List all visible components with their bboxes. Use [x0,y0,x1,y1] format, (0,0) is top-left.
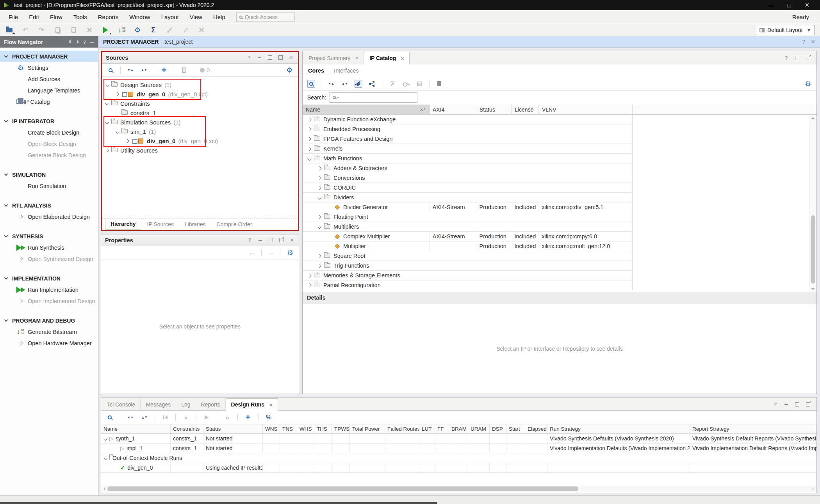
minimize-panel-icon[interactable] [257,237,263,243]
tree-row[interactable]: constrs_1 [102,108,298,117]
sources-view-tab[interactable]: IP Sources [142,218,179,230]
runs-column-header[interactable]: Status [203,424,263,433]
minimize-panel-icon[interactable] [257,55,262,60]
float-panel-icon[interactable] [278,237,284,243]
expand-chevron-icon[interactable] [308,117,312,121]
tab-close-icon[interactable]: × [355,55,358,61]
customize-ip-icon[interactable] [388,80,396,88]
maximize-panel-icon[interactable] [794,55,800,61]
step-back-icon[interactable]: « [182,413,190,421]
catalog-subtab[interactable]: Cores [308,67,329,74]
expand-chevron-icon[interactable] [318,264,322,268]
report-disabled-icon[interactable] [180,66,188,74]
open-project-icon[interactable] [5,26,13,34]
cancel-disabled-icon[interactable]: ✕ [198,26,205,34]
flow-navigator-row[interactable]: Create Block Design [0,127,98,138]
collapse-all-icon[interactable]: ⇞ [68,39,72,44]
runs-column-header[interactable]: WNS [263,424,280,433]
catalog-row[interactable]: Floating Point [303,212,632,222]
flow-navigator-row[interactable]: IMPLEMENTATION [0,273,98,284]
flow-navigator-row[interactable]: Open Elaborated Design [0,211,98,222]
quick-access-search[interactable]: Quick Access [236,12,295,22]
catalog-row[interactable]: Kernels [303,144,632,154]
runs-column-header[interactable]: TPWS [332,424,350,433]
close-panel-icon[interactable]: × [288,55,294,60]
tab-close-icon[interactable]: × [401,55,404,62]
percent-icon[interactable]: % [265,413,273,421]
paste-icon[interactable] [70,26,77,34]
flow-navigator-row[interactable]: Open Implemented Design [0,295,98,307]
flow-navigator-row[interactable]: Run Synthesis [0,242,98,253]
horizontal-scrollbar[interactable]: ‹ › [102,486,816,492]
runs-column-header[interactable]: Start [506,424,525,433]
flow-navigator-row[interactable]: Language Templates [0,85,98,96]
expand-chevron-icon[interactable] [116,130,119,133]
close-icon[interactable]: ✕ [811,39,815,45]
close-button[interactable]: ✕ [798,2,816,9]
flow-navigator-row[interactable]: Generate Block Design [0,149,98,161]
expand-chevron-icon[interactable] [308,137,312,141]
flow-navigator-row[interactable]: Open Synthesized Design [0,253,98,264]
undo-icon[interactable]: ↶ [21,26,29,34]
flow-navigator-row[interactable]: Run Implementation [0,284,98,295]
collapse-all-icon[interactable] [127,413,134,421]
menu-item[interactable]: Help [208,14,231,20]
expand-chevron-icon[interactable] [308,156,312,160]
runs-column-header[interactable]: Run Strategy [547,424,690,433]
skip-to-start-icon[interactable] [161,413,169,421]
flow-navigator-row[interactable]: SIMULATION [0,169,98,180]
flow-navigator-row[interactable]: PROGRAM AND DEBUG [0,315,98,326]
column-header-license[interactable]: License [512,105,539,114]
column-header-status[interactable]: Status [476,105,512,114]
runs-column-header[interactable]: FF [435,424,449,433]
scrollbar-thumb[interactable] [811,215,815,284]
expand-chevron-icon[interactable] [104,437,108,440]
runs-column-header[interactable]: LUT [419,424,435,433]
editor-tab[interactable]: IP Catalog × [364,52,410,64]
run-disabled-icon[interactable] [203,413,210,421]
scroll-up-icon[interactable] [811,117,815,121]
runs-column-header[interactable]: Report Strategy [690,424,816,433]
gear-icon[interactable]: ⚙ [804,80,812,88]
column-header-name[interactable]: Name 1 [303,105,430,114]
flow-navigator-row[interactable]: PROJECT MANAGER [0,51,98,62]
maximize-panel-icon[interactable] [794,401,800,407]
scroll-down-icon[interactable] [811,287,815,290]
flow-navigator-row[interactable]: Open Block Design [0,138,98,149]
tree-row[interactable]: sim_1 (1) [102,127,298,136]
run-row[interactable]: impl_1 constrs_1 Not started [101,444,816,453]
link-disabled-icon[interactable] [182,26,189,34]
run-row[interactable]: div_gen_0 Using cached IP results [101,463,816,473]
float-panel-icon[interactable] [278,55,283,60]
run-row[interactable]: Out-of-Context Module Runs [101,453,816,463]
search-icon[interactable] [106,413,114,421]
menu-item[interactable]: Tools [68,14,93,20]
expand-chevron-icon[interactable] [105,148,109,152]
catalog-row[interactable]: Multipliers [303,222,632,232]
expand-chevron-icon[interactable] [318,186,322,190]
expand-chevron-icon[interactable] [308,273,312,277]
layout-selector[interactable]: Default Layout ▼ [756,25,815,35]
catalog-row[interactable]: FPGA Features and Design [303,134,632,144]
catalog-row[interactable]: Partial Reconfiguration [303,280,632,290]
menu-item[interactable]: Layout [156,14,184,20]
sources-view-tab[interactable]: Libraries [180,218,211,230]
catalog-row[interactable]: Trig Functions [303,261,632,271]
tree-row[interactable]: div_gen_0 (div_gen_0.xci) [102,89,298,99]
expand-chevron-icon[interactable] [105,101,109,105]
menu-item[interactable]: File [3,14,23,20]
catalog-row[interactable]: CORDIC [303,183,632,193]
step-forward-icon[interactable]: » [223,413,231,421]
catalog-subtab[interactable]: Interfaces [329,67,364,74]
expand-chevron-icon[interactable] [126,139,130,143]
tab-close-icon[interactable]: × [269,401,273,408]
tree-row[interactable]: Constraints [102,99,298,108]
catalog-row[interactable]: Square Root [303,251,632,261]
console-tab[interactable]: Tcl Console × [102,398,141,410]
expand-all-icon[interactable] [141,413,148,421]
edit-disabled-icon[interactable] [166,26,173,34]
column-header-axi4[interactable]: AXI4 [430,105,476,114]
console-tab[interactable]: Messages × [141,398,176,410]
expand-chevron-icon[interactable] [308,283,312,287]
ip-settings-icon[interactable] [415,80,423,88]
